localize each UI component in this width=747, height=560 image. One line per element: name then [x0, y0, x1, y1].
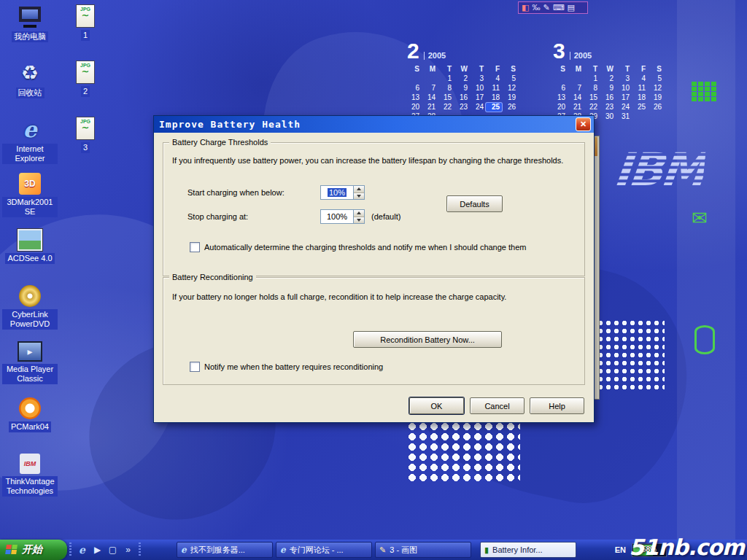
task-label: 专门网论坛 - ... — [290, 545, 344, 556]
jpg-file-icon — [76, 4, 95, 28]
calendar-day: 3 — [470, 74, 486, 83]
calendar-day-header: M — [568, 65, 584, 74]
notify-reconditioning-checkbox[interactable] — [190, 362, 200, 372]
auto-determine-row[interactable]: Automatically determine the charging thr… — [190, 242, 526, 252]
task-list: e找不到服务器...e专门网论坛 - ...✎3 - 画图▮Battery In… — [177, 542, 576, 558]
calendar-day — [568, 74, 584, 83]
calendar-day: 20 — [551, 103, 568, 112]
calendar-day: 2 — [454, 74, 470, 83]
percent-icon[interactable]: ‰ — [532, 4, 540, 12]
input-method-icon[interactable]: ◧ — [522, 4, 529, 12]
calendar-day: 5 — [502, 74, 518, 83]
help-button[interactable]: Help — [530, 397, 584, 414]
start-button[interactable]: 开始 — [0, 540, 67, 560]
calendar-day: 22 — [584, 103, 600, 112]
calendar-day-header: S — [502, 65, 518, 74]
ok-button[interactable]: OK — [409, 397, 464, 414]
defaults-button[interactable]: Defaults — [446, 195, 503, 212]
cylinder-icon — [694, 325, 715, 354]
desktop-icon-label: CyberLink PowerDVD — [2, 309, 58, 330]
calendar-day-header: S — [406, 65, 422, 74]
wallpaper-dot-grid — [407, 421, 520, 484]
spinner-up-icon[interactable] — [354, 186, 364, 193]
jpg-file-icon-3[interactable]: 3 — [69, 117, 102, 173]
show-desktop-icon[interactable]: ▢ — [107, 545, 118, 555]
stop-charging-spinner[interactable]: 100% — [320, 209, 365, 224]
notepad-icon[interactable]: ▤ — [568, 4, 575, 12]
keyboard-icon[interactable]: ⌨ — [553, 4, 565, 12]
pen-icon[interactable]: ✎ — [543, 4, 549, 12]
battery-reconditioning-group: Battery Reconditioning If your battery n… — [163, 277, 585, 385]
spinner-down-icon[interactable] — [354, 193, 364, 200]
start-charging-spinner[interactable]: 10% — [320, 185, 365, 200]
desktop-icon-mark3d[interactable]: 3DMark2001 SE — [1, 173, 58, 229]
taskbar-separator — [139, 542, 141, 557]
desktop-icon-label: ACDSee 4.0 — [5, 253, 54, 264]
stop-charging-field[interactable]: 100% — [320, 209, 354, 224]
calendar-header: 22005 — [407, 40, 518, 62]
calendar-day: 19 — [502, 93, 518, 102]
ie-quicklaunch-icon[interactable]: e — [77, 544, 88, 556]
spinner-buttons — [354, 209, 365, 224]
acdsee-icon — [18, 229, 42, 251]
ie-icon — [17, 117, 43, 141]
spinner-down-icon[interactable] — [354, 217, 364, 224]
calendar-day — [632, 112, 648, 121]
desktop-icon-thinkvantage[interactable]: ThinkVantage Technologies — [1, 454, 58, 510]
calendar-day: 30 — [600, 112, 616, 121]
desktop-icon-recycle[interactable]: 回收站 — [1, 61, 58, 117]
desktop-icon-mpc[interactable]: Media Player Classic — [1, 341, 58, 397]
calendar-day: 21 — [422, 103, 438, 112]
task-button[interactable]: e专门网论坛 - ... — [276, 542, 372, 558]
calendar-day: 23 — [454, 103, 470, 112]
task-button[interactable]: ▮Battery Infor... — [480, 542, 576, 558]
language-bar[interactable]: ◧‰✎⌨▤ — [518, 1, 588, 14]
desktop-icon-pcmark[interactable]: PCMark04 — [1, 397, 58, 454]
desktop-icon-acdsee[interactable]: ACDSee 4.0 — [1, 229, 58, 285]
paint-icon: ✎ — [379, 546, 386, 554]
calendar-day: 14 — [422, 93, 438, 102]
desktop-icon-label: 3 — [81, 142, 90, 153]
jpg-file-icon-1[interactable]: 1 — [69, 4, 102, 61]
start-label: 开始 — [22, 543, 42, 556]
desktop-icon-ie[interactable]: Internet Explorer — [1, 117, 58, 173]
mpc-icon — [18, 341, 42, 362]
notify-reconditioning-label: Notify me when the battery requires reco… — [204, 362, 383, 371]
calendar-day: 12 — [502, 84, 518, 93]
calendar-day: 1 — [584, 74, 600, 83]
desktop-icon-powerdvd[interactable]: CyberLink PowerDVD — [1, 285, 58, 341]
calendar-day — [406, 74, 422, 83]
task-button[interactable]: e找不到服务器... — [177, 542, 273, 558]
grid-icon — [692, 82, 716, 101]
spinner-up-icon[interactable] — [354, 210, 364, 217]
calendar-day: 24 — [470, 103, 486, 112]
desktop-icon-mycomputer[interactable]: 我的电脑 — [1, 4, 58, 61]
close-icon: ✕ — [580, 120, 587, 128]
calendar-day: 23 — [600, 103, 616, 112]
dialog-titlebar[interactable]: Improve Battery Health ✕ — [154, 116, 594, 133]
windows-flag-icon — [5, 545, 18, 555]
calendar-day: 16 — [600, 93, 616, 102]
recondition-battery-button[interactable]: Recondition Battery Now... — [353, 331, 502, 348]
reconditioning-description: If your battery no longer holds a full c… — [172, 292, 576, 301]
cancel-button[interactable]: Cancel — [470, 397, 525, 414]
calendar-day: 9 — [454, 84, 470, 93]
auto-determine-checkbox[interactable] — [190, 242, 200, 252]
language-indicator[interactable]: EN — [615, 545, 626, 554]
auto-determine-label: Automatically determine the charging thr… — [204, 243, 526, 252]
desktop-icon-column: 我的电脑回收站Internet Explorer3DMark2001 SEACD… — [1, 4, 58, 510]
chevron-expand-icon[interactable]: » — [123, 545, 133, 555]
media-player-quicklaunch-icon[interactable]: ▶ — [92, 545, 103, 555]
jpg-file-icon-2[interactable]: 2 — [69, 61, 102, 117]
start-charging-field[interactable]: 10% — [320, 185, 354, 200]
calendar-day: 18 — [632, 93, 648, 102]
calendar-day: 13 — [406, 93, 422, 102]
task-button[interactable]: ✎3 - 画图 — [375, 542, 471, 558]
calendar-day-header: F — [632, 65, 648, 74]
stop-charging-label: Stop charging at: — [187, 212, 248, 221]
watermark-51nb: 51nb.com — [629, 534, 744, 560]
close-button[interactable]: ✕ — [576, 117, 591, 131]
calendar-day-header: W — [600, 65, 616, 74]
notify-reconditioning-row[interactable]: Notify me when the battery requires reco… — [190, 362, 383, 372]
calendar-day: 20 — [406, 103, 422, 112]
